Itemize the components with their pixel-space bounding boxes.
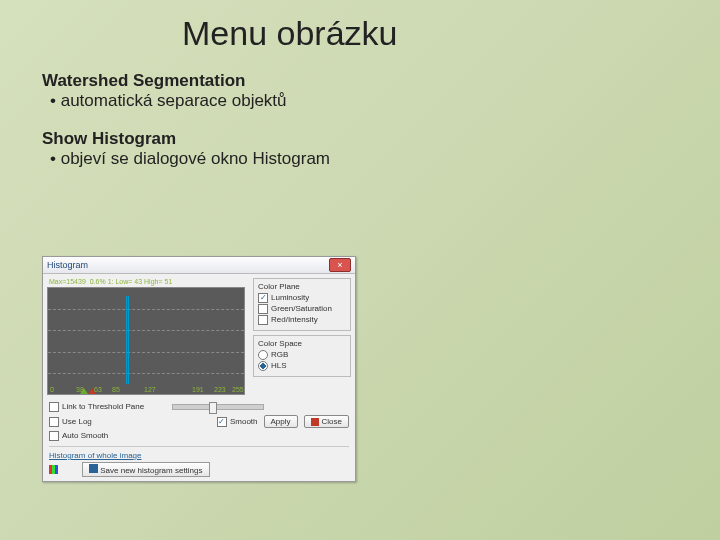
apply-button[interactable]: Apply (264, 415, 298, 428)
section1-heading: Watershed Segmentation (42, 71, 678, 91)
axis-tick: 255 (232, 386, 244, 393)
group-title: Color Space (258, 339, 346, 348)
close-button-label: Close (322, 417, 342, 426)
checkbox-red-int[interactable]: Red/Intensity (258, 315, 346, 325)
slide-title: Menu obrázku (182, 14, 678, 53)
plot-info: Max=15439 0.6% 1: Low= 43 High= 51 (49, 278, 245, 285)
axis-tick: 127 (144, 386, 156, 393)
axis-tick: 85 (112, 386, 120, 393)
close-button[interactable]: Close (304, 415, 349, 428)
histogram-dialog: Histogram × Max=15439 0.6% 1: Low= 43 Hi… (42, 256, 356, 482)
histogram-plot[interactable]: 0 38 63 85 127 191 223 255 (47, 287, 245, 395)
group-title: Color Plane (258, 282, 346, 291)
plot-range: 0.6% 1: Low= 43 High= 51 (90, 278, 173, 285)
section2-heading: Show Histogram (42, 129, 678, 149)
axis-tick: 223 (214, 386, 226, 393)
histogram-icon (49, 465, 58, 474)
checkbox-use-log[interactable]: Use Log (49, 417, 92, 427)
checkbox-smooth[interactable]: Smooth (217, 417, 258, 427)
color-space-group: Color Space RGB HLS (253, 335, 351, 377)
color-plane-group: Color Plane Luminosity Green/Saturation … (253, 278, 351, 331)
histogram-whole-image-link[interactable]: Histogram of whole image (49, 451, 141, 460)
section2-bullet: objeví se dialogové okno Histogram (50, 149, 678, 169)
dialog-titlebar[interactable]: Histogram × (43, 257, 355, 274)
histogram-peak (126, 296, 127, 384)
axis-tick: 38 (76, 386, 84, 393)
checkbox-luminosity[interactable]: Luminosity (258, 293, 346, 303)
checkbox-auto-smooth[interactable]: Auto Smooth (49, 431, 108, 441)
save-button-label: Save new histogram settings (100, 466, 202, 475)
radio-hls[interactable]: HLS (258, 361, 346, 371)
section1-bullet: automatická separace objektů (50, 91, 678, 111)
radio-rgb[interactable]: RGB (258, 350, 346, 360)
dialog-title: Histogram (47, 260, 88, 270)
checkbox-green-sat[interactable]: Green/Saturation (258, 304, 346, 314)
smooth-slider[interactable] (172, 404, 264, 410)
close-icon[interactable]: × (329, 258, 351, 272)
axis-tick: 0 (50, 386, 54, 393)
flag-icon (311, 418, 319, 426)
checkbox-link-threshold[interactable]: Link to Threshold Pane (49, 402, 144, 412)
save-histogram-button[interactable]: Save new histogram settings (82, 462, 210, 477)
plot-max: Max=15439 (49, 278, 86, 285)
axis-tick: 63 (94, 386, 102, 393)
save-icon (89, 464, 98, 473)
axis-tick: 191 (192, 386, 204, 393)
histogram-peak (128, 296, 129, 384)
